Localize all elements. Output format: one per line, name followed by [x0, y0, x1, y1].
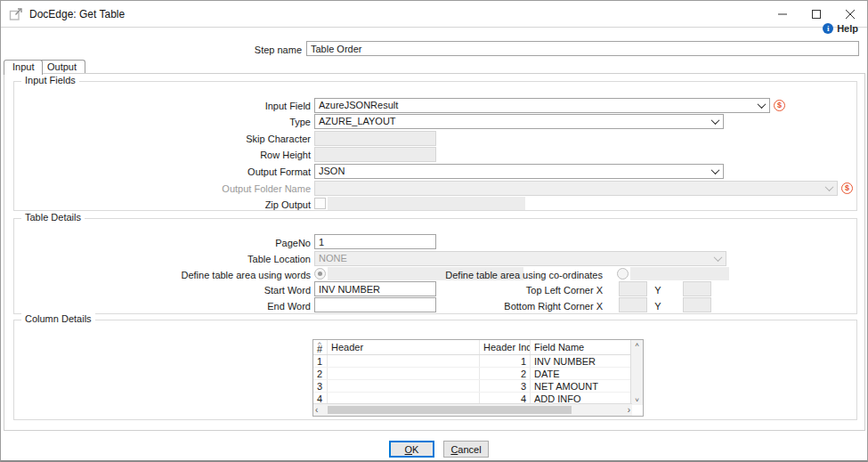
table-details-legend: Table Details [21, 212, 85, 223]
input-field-combobox[interactable]: AzureJSONResult [314, 98, 770, 113]
chevron-down-icon[interactable] [755, 100, 768, 111]
row-height-input [314, 147, 436, 162]
help-label: Help [837, 23, 858, 34]
zip-output-checkbox[interactable] [314, 198, 326, 209]
define-words-label: Define table area using words [19, 268, 311, 282]
cancel-button[interactable]: Cancel [443, 441, 489, 458]
step-name-label: Step name [90, 43, 302, 57]
chevron-down-icon [711, 253, 725, 264]
bottom-right-y-label: Y [647, 299, 669, 313]
window-title: DocEdge: Get Table [29, 8, 125, 20]
top-left-y-input [683, 281, 711, 296]
row-height-label: Row Height [19, 148, 311, 162]
vertical-scrollbar[interactable]: ˄ ˅ [630, 340, 643, 405]
pageno-input[interactable] [314, 234, 436, 249]
table-row[interactable]: 3 3 NET AMOUNT [313, 380, 643, 393]
end-word-label: End Word [19, 299, 311, 313]
variable-picker-icon[interactable]: $ [774, 100, 785, 111]
bottom-right-y-input [683, 297, 711, 312]
top-left-corner-x-label: Top Left Corner X [336, 283, 603, 297]
horizontal-scroll-thumb[interactable] [328, 406, 572, 414]
table-header-row: ^ # Header Header Index Field Name [313, 340, 643, 355]
column-header-header-index[interactable]: Header Index [480, 340, 531, 354]
help-link[interactable]: i Help [823, 21, 858, 35]
define-coords-label: Define table area using co-ordinates [336, 268, 603, 282]
start-word-label: Start Word [19, 283, 311, 297]
output-format-label: Output Format [19, 165, 311, 179]
skip-character-input [314, 131, 436, 146]
bottom-right-x-input [619, 297, 647, 312]
step-name-input[interactable] [306, 41, 859, 56]
top-left-x-input [619, 281, 647, 296]
table-location-label: Table Location [19, 252, 311, 266]
type-label: Type [19, 115, 311, 129]
define-coords-strip [630, 267, 729, 280]
top-left-y-label: Y [647, 283, 669, 297]
table-row[interactable]: 1 1 INV NUMBER [313, 355, 643, 368]
skip-character-label: Skip Character [19, 132, 311, 146]
zip-output-label: Zip Output [19, 198, 311, 212]
column-header-field-name[interactable]: Field Name [531, 340, 632, 354]
tab-output[interactable]: Output [38, 60, 85, 74]
define-coords-radio[interactable] [617, 268, 629, 280]
output-folder-name-label: Output Folder Name [19, 182, 311, 196]
input-fields-legend: Input Fields [21, 75, 79, 85]
bottom-right-corner-x-label: Bottom Right Corner X [336, 299, 603, 313]
type-combobox[interactable]: AZURE_LAYOUT [314, 114, 724, 129]
title-bar: DocEdge: Get Table [1, 1, 867, 28]
app-icon [9, 7, 23, 21]
dialog-window: DocEdge: Get Table i Help Step name Inpu… [0, 0, 868, 462]
scroll-left-icon[interactable]: ‹ [315, 404, 318, 416]
horizontal-scrollbar[interactable]: ‹ › [313, 403, 632, 416]
zip-output-strip [328, 197, 525, 210]
pageno-label: PageNo [19, 236, 311, 250]
scroll-up-icon[interactable]: ˄ [631, 341, 643, 349]
table-location-combobox: NONE [314, 251, 726, 266]
ok-button[interactable]: OK [389, 441, 434, 458]
chevron-down-icon [823, 182, 836, 194]
variable-picker-icon[interactable]: $ [841, 182, 853, 194]
scroll-right-icon[interactable]: › [628, 404, 630, 416]
output-format-combobox[interactable]: JSON [314, 164, 724, 179]
tab-input[interactable]: Input [4, 60, 43, 75]
table-row[interactable]: 2 2 DATE [313, 368, 643, 380]
input-field-label: Input Field [19, 99, 311, 113]
minimize-button[interactable] [766, 1, 799, 27]
column-header-header[interactable]: Header [328, 340, 480, 354]
column-header-num[interactable]: ^ # [313, 340, 328, 354]
column-details-legend: Column Details [21, 313, 95, 324]
chevron-down-icon[interactable] [709, 116, 722, 127]
output-folder-name-combobox [314, 181, 838, 196]
column-details-table: ^ # Header Header Index Field Name 1 1 I… [312, 339, 644, 417]
chevron-down-icon[interactable] [709, 166, 722, 177]
info-icon: i [823, 23, 833, 34]
define-words-radio[interactable] [314, 268, 326, 280]
scroll-down-icon[interactable]: ˅ [631, 396, 643, 404]
